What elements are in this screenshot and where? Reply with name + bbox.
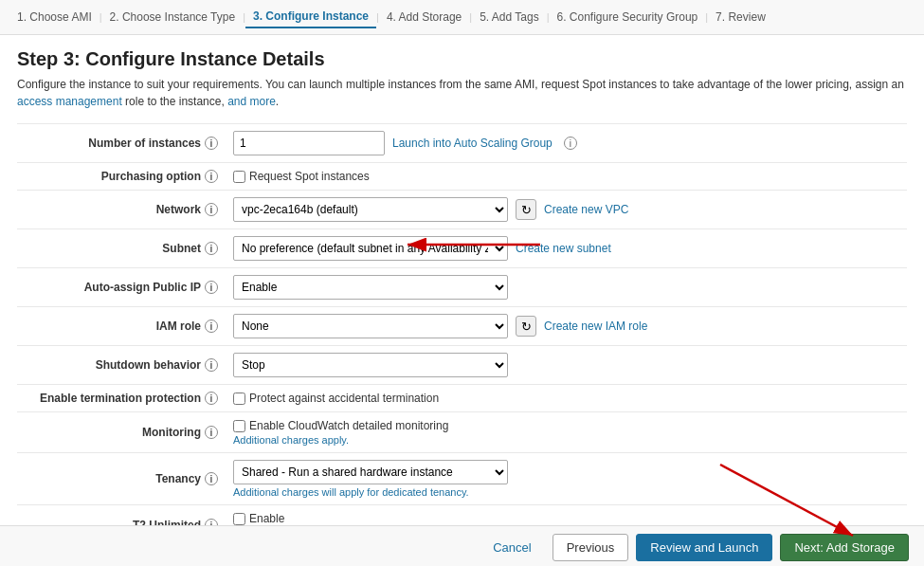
- auto-assign-info-icon[interactable]: i: [205, 281, 218, 294]
- page-title: Step 3: Configure Instance Details: [17, 48, 907, 70]
- next-add-storage-button[interactable]: Next: Add Storage: [780, 534, 909, 561]
- main-content: Step 3: Configure Instance Details Confi…: [0, 35, 924, 525]
- tenancy-select[interactable]: Shared - Run a shared hardware instance …: [233, 460, 508, 484]
- monitoring-info-icon[interactable]: i: [205, 426, 218, 439]
- subnet-label-cell: Subnet i: [17, 229, 226, 268]
- subnet-info-icon[interactable]: i: [205, 242, 218, 255]
- subnet-select[interactable]: No preference (default subnet in any Ava…: [233, 236, 508, 261]
- shutdown-behavior-label-cell: Shutdown behavior i: [17, 346, 226, 385]
- iam-role-select[interactable]: None: [233, 314, 508, 338]
- nav-step-instance-type[interactable]: 2. Choose Instance Type: [102, 7, 244, 27]
- wizard-nav: 1. Choose AMI | 2. Choose Instance Type …: [0, 0, 924, 35]
- iam-role-control-cell: None ↻ Create new IAM role: [226, 307, 907, 346]
- cloudwatch-label[interactable]: Enable CloudWatch detailed monitoring: [233, 419, 899, 432]
- t2-unlimited-label-cell: T2 Unlimited i: [17, 505, 226, 526]
- num-instances-label-cell: Number of instances i: [17, 124, 226, 163]
- termination-info-icon[interactable]: i: [205, 392, 218, 405]
- protect-termination-checkbox[interactable]: [233, 393, 245, 405]
- monitoring-label-cell: Monitoring i: [17, 412, 226, 453]
- network-control-cell: vpc-2eca164b (default) ↻ Create new VPC: [226, 191, 907, 229]
- shutdown-behavior-info-icon[interactable]: i: [205, 358, 218, 372]
- t2-enable-checkbox[interactable]: [233, 513, 245, 525]
- iam-role-label-cell: IAM role i: [17, 307, 226, 346]
- shutdown-behavior-control-cell: Stop Terminate: [226, 346, 907, 385]
- auto-assign-ip-control-cell: Enable Disable Use subnet setting: [226, 268, 907, 307]
- purchasing-option-label-cell: Purchasing option i: [17, 163, 226, 191]
- cloudwatch-checkbox[interactable]: [233, 420, 245, 432]
- auto-assign-ip-select[interactable]: Enable Disable Use subnet setting: [233, 275, 508, 300]
- page-description: Configure the instance to suit your requ…: [17, 76, 907, 110]
- subnet-control-cell: No preference (default subnet in any Ava…: [226, 229, 907, 268]
- termination-protection-label-cell: Enable termination protection i: [17, 385, 226, 412]
- nav-step-configure-instance[interactable]: 3. Configure Instance: [245, 6, 376, 28]
- and-more-link[interactable]: and more: [227, 95, 276, 108]
- num-instances-input[interactable]: [233, 131, 385, 155]
- auto-assign-ip-label-cell: Auto-assign Public IP i: [17, 268, 226, 307]
- iam-refresh-button[interactable]: ↻: [516, 316, 536, 337]
- purchasing-option-control-cell: Request Spot instances: [226, 163, 907, 191]
- iam-role-info-icon[interactable]: i: [205, 320, 218, 333]
- create-subnet-link[interactable]: Create new subnet: [516, 242, 611, 255]
- nav-step-add-storage[interactable]: 4. Add Storage: [379, 7, 469, 27]
- nav-step-security-group[interactable]: 6. Configure Security Group: [550, 7, 706, 27]
- network-refresh-button[interactable]: ↻: [516, 199, 536, 220]
- access-management-link[interactable]: access management: [17, 95, 122, 108]
- request-spot-checkbox[interactable]: [233, 171, 245, 183]
- nav-step-review[interactable]: 7. Review: [708, 7, 773, 27]
- tenancy-label-cell: Tenancy i: [17, 453, 226, 505]
- purchasing-info-icon[interactable]: i: [205, 170, 218, 183]
- tenancy-charges-link[interactable]: Additional charges will apply for dedica…: [233, 486, 899, 498]
- create-vpc-link[interactable]: Create new VPC: [544, 203, 628, 216]
- request-spot-label[interactable]: Request Spot instances: [233, 170, 899, 183]
- t2-unlimited-control-cell: Enable Additional charges may apply: [226, 505, 907, 526]
- network-select[interactable]: vpc-2eca164b (default): [233, 197, 508, 222]
- nav-step-ami[interactable]: 1. Choose AMI: [9, 7, 100, 27]
- network-label-cell: Network i: [17, 191, 226, 229]
- footer: Cancel Previous Review and Launch Next: …: [0, 525, 924, 566]
- network-info-icon[interactable]: i: [205, 203, 218, 216]
- shutdown-behavior-select[interactable]: Stop Terminate: [233, 353, 508, 377]
- review-launch-button[interactable]: Review and Launch: [636, 534, 772, 561]
- monitoring-control-cell: Enable CloudWatch detailed monitoring Ad…: [226, 412, 907, 453]
- configure-form: Number of instances i Launch into Auto S…: [17, 123, 907, 525]
- termination-protection-control-cell: Protect against accidental termination: [226, 385, 907, 412]
- num-instances-info-icon[interactable]: i: [205, 137, 218, 150]
- t2-enable-label[interactable]: Enable: [233, 512, 899, 525]
- nav-step-add-tags[interactable]: 5. Add Tags: [472, 7, 547, 27]
- cancel-button[interactable]: Cancel: [480, 535, 544, 560]
- monitoring-charges-link[interactable]: Additional charges apply.: [233, 434, 899, 446]
- t2-unlimited-info-icon[interactable]: i: [205, 519, 218, 525]
- previous-button[interactable]: Previous: [553, 534, 629, 561]
- launch-auto-scaling-link[interactable]: Launch into Auto Scaling Group: [392, 137, 553, 150]
- num-instances-control-cell: Launch into Auto Scaling Group i: [226, 124, 907, 163]
- protect-termination-label[interactable]: Protect against accidental termination: [233, 392, 899, 405]
- auto-scaling-info-icon[interactable]: i: [564, 137, 577, 150]
- tenancy-control-cell: Shared - Run a shared hardware instance …: [226, 453, 907, 505]
- tenancy-info-icon[interactable]: i: [205, 472, 218, 485]
- create-iam-link[interactable]: Create new IAM role: [544, 320, 647, 333]
